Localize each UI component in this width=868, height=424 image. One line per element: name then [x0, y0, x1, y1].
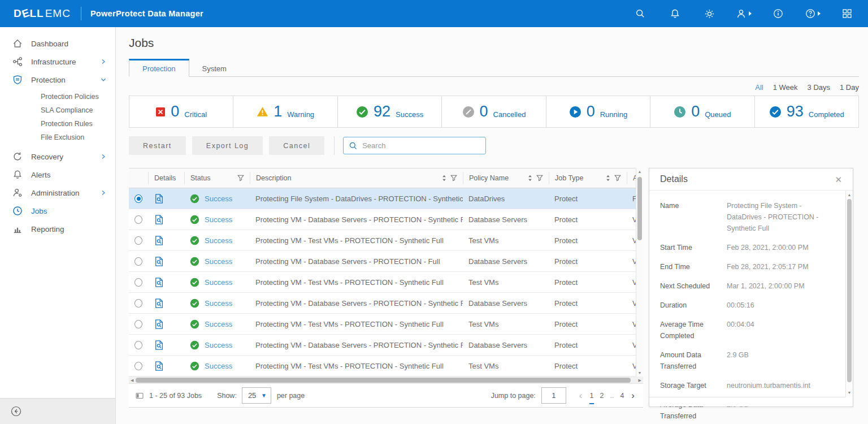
status-link[interactable]: Success: [205, 299, 232, 308]
status-link[interactable]: Success: [205, 236, 232, 245]
export-log-button[interactable]: Export Log: [192, 136, 263, 155]
table-row[interactable]: Success Protecting VM - Test VMs - PROTE…: [129, 314, 636, 335]
filter-icon[interactable]: [237, 175, 244, 181]
column-picker-icon[interactable]: [136, 392, 144, 400]
page-number-1[interactable]: 1: [590, 392, 594, 400]
table-row[interactable]: Success Protecting VM - Database Servers…: [129, 209, 636, 230]
cancel-button[interactable]: Cancel: [269, 136, 324, 155]
summary-success[interactable]: 92 Success: [337, 96, 441, 127]
settings-gear-icon[interactable]: [700, 5, 719, 22]
scroll-left-arrow-icon[interactable]: ◀: [131, 377, 133, 384]
scroll-up-arrow-icon[interactable]: ▲: [846, 192, 853, 198]
table-row[interactable]: Success Protecting VM - Database Servers…: [129, 293, 636, 314]
job-details-icon[interactable]: [154, 235, 164, 246]
user-menu-icon[interactable]: [734, 5, 753, 22]
sidebar-item-file-exclusion[interactable]: File Exclusion: [0, 131, 115, 144]
row-radio[interactable]: [134, 236, 142, 245]
sidebar-item-jobs[interactable]: Jobs: [0, 202, 115, 220]
status-link[interactable]: Success: [205, 362, 232, 370]
row-radio[interactable]: [134, 362, 142, 370]
row-radio[interactable]: [134, 194, 142, 203]
search-box[interactable]: [343, 137, 486, 154]
summary-queued[interactable]: 0 Queued: [650, 96, 754, 127]
summary-critical[interactable]: 0 Critical: [129, 96, 233, 127]
sort-icon[interactable]: [528, 175, 532, 181]
status-link[interactable]: Success: [205, 215, 232, 224]
table-horizontal-scrollbar[interactable]: ◀ ▶: [129, 377, 643, 384]
summary-running[interactable]: 0 Running: [546, 96, 650, 127]
page-number-2[interactable]: 2: [600, 392, 604, 400]
status-link[interactable]: Success: [205, 257, 232, 266]
filter-icon[interactable]: [614, 175, 621, 181]
row-radio[interactable]: [134, 215, 142, 224]
scroll-right-arrow-icon[interactable]: ▶: [639, 377, 641, 384]
summary-cancelled[interactable]: 0 Cancelled: [441, 96, 545, 127]
job-details-icon[interactable]: [154, 340, 164, 351]
app-switcher-grid-icon[interactable]: [837, 5, 857, 22]
status-link[interactable]: Success: [205, 341, 232, 349]
notifications-bell-icon[interactable]: [665, 5, 684, 22]
time-filter-1-week[interactable]: 1 Week: [773, 83, 798, 92]
search-input[interactable]: [362, 141, 480, 150]
panel-scroll-thumb[interactable]: [847, 199, 852, 382]
job-details-icon[interactable]: [154, 214, 164, 225]
time-filter-3-days[interactable]: 3 Days: [808, 83, 830, 92]
scroll-down-arrow-icon[interactable]: ▼: [636, 370, 643, 376]
status-link[interactable]: Success: [205, 278, 232, 287]
header-job-type[interactable]: Job Type: [549, 172, 627, 184]
previous-page-icon[interactable]: ‹: [575, 391, 587, 400]
sidebar-item-reporting[interactable]: Reporting: [0, 220, 115, 238]
header-policy-name[interactable]: Policy Name: [463, 172, 549, 184]
table-vertical-scrollbar[interactable]: ▲ ▼: [636, 168, 643, 377]
row-radio[interactable]: [134, 320, 142, 328]
scroll-down-arrow-icon[interactable]: ▼: [846, 390, 853, 396]
row-radio[interactable]: [134, 341, 142, 349]
sort-icon[interactable]: [442, 175, 446, 181]
details-panel-scrollbar[interactable]: ▲ ▼: [845, 191, 853, 397]
info-icon[interactable]: [769, 5, 788, 22]
restart-button[interactable]: Restart: [129, 136, 186, 155]
row-radio[interactable]: [134, 278, 142, 287]
table-row[interactable]: Success Protecting VM - Test VMs - PROTE…: [129, 230, 636, 251]
sidebar-item-administration[interactable]: Administration: [0, 184, 115, 202]
time-filter-1-day[interactable]: 1 Day: [840, 83, 859, 92]
filter-icon[interactable]: [536, 175, 543, 181]
sidebar-item-sla-compliance[interactable]: SLA Compliance: [0, 103, 115, 117]
header-status[interactable]: Status: [184, 172, 250, 184]
collapse-sidebar-icon[interactable]: [11, 406, 21, 417]
tab-system[interactable]: System: [189, 61, 240, 76]
sort-icon[interactable]: [606, 175, 610, 181]
summary-completed[interactable]: 93 Completed: [754, 96, 858, 127]
job-details-icon[interactable]: [154, 256, 164, 267]
table-row[interactable]: Success Protecting VM - Database Servers…: [129, 251, 636, 272]
sidebar-item-protection[interactable]: Protection: [0, 71, 115, 89]
job-details-icon[interactable]: [154, 361, 164, 371]
table-row[interactable]: Success Protecting VM - Database Servers…: [129, 335, 636, 356]
sidebar-item-protection-rules[interactable]: Protection Rules: [0, 117, 115, 131]
page-size-select[interactable]: 25 ▼: [242, 387, 271, 404]
summary-warning[interactable]: 1 Warning: [233, 96, 337, 127]
job-details-icon[interactable]: [154, 193, 164, 204]
sidebar-item-dashboard[interactable]: Dashboard: [0, 34, 115, 53]
job-details-icon[interactable]: [154, 298, 164, 309]
page-number-4[interactable]: 4: [620, 392, 624, 400]
sidebar-item-recovery[interactable]: Recovery: [0, 148, 115, 166]
tab-protection[interactable]: Protection: [129, 59, 189, 77]
jump-to-page-input[interactable]: [541, 387, 566, 404]
sidebar-item-protection-policies[interactable]: Protection Policies: [0, 90, 115, 103]
job-details-icon[interactable]: [154, 319, 164, 330]
job-details-icon[interactable]: [154, 277, 164, 288]
sidebar-item-alerts[interactable]: Alerts: [0, 166, 115, 184]
row-radio[interactable]: [134, 299, 142, 308]
scroll-up-arrow-icon[interactable]: ▲: [636, 169, 643, 175]
row-radio[interactable]: [134, 257, 142, 266]
time-filter-all[interactable]: All: [755, 83, 763, 92]
table-row[interactable]: Success Protecting VM - Test VMs - PROTE…: [129, 272, 636, 293]
horizontal-scroll-thumb[interactable]: [136, 378, 631, 383]
next-page-icon[interactable]: ›: [627, 391, 639, 400]
status-link[interactable]: Success: [205, 194, 232, 203]
sidebar-item-infrastructure[interactable]: Infrastructure: [0, 53, 115, 71]
table-row[interactable]: Success Protecting File System - DataDri…: [129, 188, 636, 209]
search-icon[interactable]: [631, 5, 650, 22]
table-row[interactable]: Success Protecting VM - Test VMs - PROTE…: [129, 356, 636, 377]
